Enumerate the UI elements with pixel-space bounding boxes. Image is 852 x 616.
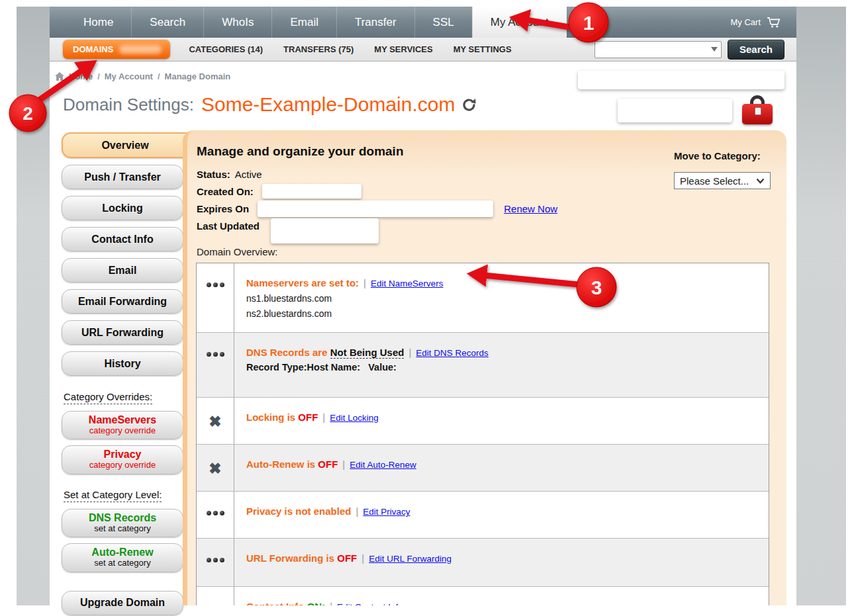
- view-whois-link[interactable]: View Whois: [707, 605, 753, 605]
- nav-tab-home[interactable]: Home: [66, 7, 131, 38]
- sidebar-item-overview[interactable]: Overview: [62, 132, 187, 158]
- home-icon: [55, 72, 64, 81]
- row-title: Privacy is not enabled|Edit Privacy: [246, 506, 410, 517]
- row-title: Auto-Renew is OFF|Edit Auto-Renew: [246, 459, 416, 470]
- sidebar-category-level-buttons: DNS Recordsset at categoryAuto-Renewset …: [50, 509, 187, 572]
- toolbox-icon[interactable]: [742, 95, 773, 124]
- edit-nameservers-link[interactable]: Edit NameServers: [371, 279, 444, 288]
- row-content: Contact Info ON:|Edit Contact Info: [234, 587, 412, 605]
- sidebar-item-label: DNS Records: [89, 512, 156, 524]
- sidebar-nav: OverviewPush / TransferLockingContact In…: [50, 132, 187, 376]
- my-cart-label: My Cart: [731, 17, 761, 27]
- last-updated-label: Last Updated: [197, 220, 260, 232]
- move-to-category-label: Move to Category:: [674, 150, 771, 161]
- nav-tab-my-account[interactable]: My Account: [472, 7, 567, 38]
- sidebar-item-upgrade-domain[interactable]: Upgrade Domain: [62, 591, 183, 615]
- nav-tab-search[interactable]: Search: [131, 7, 203, 38]
- check-icon: ✔: [197, 587, 234, 605]
- row-title-part: OFF: [318, 459, 338, 470]
- separator: |: [322, 412, 325, 423]
- tab-domains[interactable]: DOMAINS: [63, 40, 170, 59]
- search-button[interactable]: Search: [728, 40, 784, 60]
- my-cart-button[interactable]: My Cart: [731, 7, 797, 38]
- combo-dropdown-icon[interactable]: [711, 47, 718, 52]
- sidebar-item-history[interactable]: History: [62, 351, 183, 376]
- dots-icon: [197, 539, 234, 586]
- sidebar-item-push-transfer[interactable]: Push / Transfer: [62, 165, 183, 189]
- subnav-item-categories-14[interactable]: CATEGORIES (14): [189, 44, 263, 54]
- sidebar-item-email-forwarding[interactable]: Email Forwarding: [62, 289, 183, 314]
- page-title: Domain Settings: Some-Example-Domain.com: [63, 93, 476, 116]
- row-title: Contact Info ON:|Edit Contact Info: [246, 601, 403, 605]
- tab-domains-label: DOMAINS: [73, 44, 113, 54]
- sidebar-item-sublabel: set at category: [94, 524, 150, 534]
- row-detail-line: ns1.bluestardns.com: [246, 293, 444, 304]
- nav-tab-whois[interactable]: WhoIs: [203, 7, 271, 38]
- breadcrumb-manage-domain: Manage Domain: [165, 71, 231, 81]
- screen: HomeSearchWhoIsEmailTransferSSLMy Accoun…: [0, 0, 852, 616]
- edit-auto-renew-link[interactable]: Edit Auto-Renew: [350, 460, 416, 470]
- chevron-down-icon: [756, 178, 765, 184]
- row-detail-line: ns2.bluestardns.com: [246, 308, 444, 319]
- breadcrumb-separator: /: [97, 71, 100, 81]
- edit-dns-records-link[interactable]: Edit DNS Records: [416, 348, 489, 358]
- edit-contact-info-link[interactable]: Edit Contact Info: [337, 602, 403, 605]
- row-title-part: URL Forwarding is: [246, 552, 337, 564]
- sidebar-item-privacy[interactable]: Privacycategory override: [62, 445, 183, 474]
- sidebar-item-nameservers[interactable]: NameServerscategory override: [62, 411, 183, 439]
- row-content: Nameservers are set to:|Edit NameServers…: [234, 263, 453, 332]
- row-title-part: Locking is: [246, 412, 298, 423]
- sidebar-item-contact-info[interactable]: Contact Info: [62, 227, 183, 251]
- sidebar-item-label: Privacy: [104, 449, 142, 461]
- row-title-part: OFF: [337, 552, 357, 564]
- redacted-created-date: [262, 184, 361, 198]
- sidebar-item-url-forwarding[interactable]: URL Forwarding: [62, 320, 183, 345]
- row-content: Privacy is not enabled|Edit Privacy: [234, 492, 420, 538]
- sidebar-item-dns-records[interactable]: DNS Recordsset at category: [62, 509, 183, 537]
- breadcrumb: Home / My Account / Manage Domain: [55, 71, 230, 81]
- row-title-part: Not Being Used: [330, 347, 404, 359]
- sidebar-item-auto-renew[interactable]: Auto-Renewset at category: [62, 543, 183, 572]
- top-nav: HomeSearchWhoIsEmailTransferSSLMy Accoun…: [50, 7, 796, 38]
- refresh-icon[interactable]: [462, 98, 476, 112]
- nav-tab-email[interactable]: Email: [271, 7, 336, 38]
- sidebar-item-locking[interactable]: Locking: [62, 196, 183, 220]
- subnav-item-transfers-75[interactable]: TRANSFERS (75): [283, 44, 354, 54]
- sidebar-item-label: Auto-Renew: [91, 547, 153, 558]
- edit-url-forwarding-link[interactable]: Edit URL Forwarding: [369, 554, 451, 564]
- renew-now-link[interactable]: Renew Now: [504, 203, 557, 214]
- sidebar-category-level-heading: Set at Category Level:: [64, 489, 162, 502]
- edit-privacy-link[interactable]: Edit Privacy: [363, 507, 410, 517]
- separator: |: [361, 552, 364, 564]
- sidebar-override-buttons: NameServerscategory overridePrivacycateg…: [50, 411, 187, 474]
- subnav-item-my-services[interactable]: MY SERVICES: [374, 44, 432, 54]
- sidebar-item-email[interactable]: Email: [62, 258, 183, 283]
- domain-search-combo[interactable]: [594, 41, 722, 58]
- status-value: Active: [235, 169, 262, 180]
- row-title: URL Forwarding is OFF|Edit URL Forwardin…: [246, 552, 451, 564]
- breadcrumb-home[interactable]: Home: [69, 71, 93, 81]
- separator: |: [408, 347, 411, 358]
- row-content: Auto-Renew is OFF|Edit Auto-Renew: [234, 445, 426, 491]
- row-title: DNS Records are Not Being Used|Edit DNS …: [246, 347, 489, 359]
- separator: |: [363, 277, 366, 288]
- status-label: Status:: [197, 169, 230, 180]
- left-gutter: [17, 7, 50, 605]
- redacted-expires-date: [258, 200, 493, 217]
- row-title-part: ON:: [307, 601, 326, 605]
- nav-tab-transfer[interactable]: Transfer: [336, 7, 414, 38]
- breadcrumb-my-account[interactable]: My Account: [105, 71, 153, 81]
- subnav-item-my-settings[interactable]: MY SETTINGS: [453, 44, 512, 54]
- redacted-box-title-right: [618, 99, 732, 122]
- page: HomeSearchWhoIsEmailTransferSSLMy Accoun…: [50, 7, 796, 605]
- sidebar-item-label: NameServers: [89, 414, 156, 426]
- table-row-url-forwarding: URL Forwarding is OFF|Edit URL Forwardin…: [197, 538, 769, 586]
- domain-search-input[interactable]: [596, 42, 705, 57]
- edit-locking-link[interactable]: Edit Locking: [330, 413, 379, 423]
- category-select[interactable]: Please Select...: [674, 172, 771, 189]
- row-title-part: Privacy is not enabled: [246, 506, 351, 517]
- cart-icon: [767, 17, 782, 28]
- move-to-category: Move to Category: Please Select...: [674, 150, 771, 189]
- sidebar-item-sublabel: category override: [89, 461, 156, 470]
- nav-tab-ssl[interactable]: SSL: [414, 7, 472, 38]
